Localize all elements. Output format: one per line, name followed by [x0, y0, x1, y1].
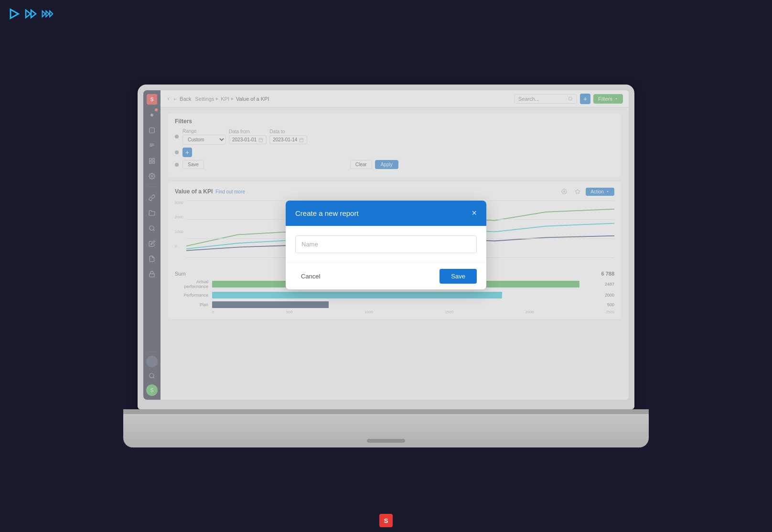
- modal-footer: Cancel Save: [286, 263, 486, 289]
- svg-marker-2: [31, 10, 36, 18]
- play-icon-1: [7, 7, 21, 21]
- screen-bezel: S: [138, 85, 634, 409]
- play-icon-3: [42, 7, 55, 21]
- modal-header: Create a new report ×: [286, 201, 486, 226]
- app-layout: S: [143, 90, 629, 400]
- main-content: ← Back Settings ▸ KPI ▸ Value of a KPI: [161, 90, 629, 400]
- play-icons: [7, 7, 55, 21]
- modal-backdrop: Create a new report × Cancel Save: [161, 90, 629, 400]
- modal-name-input[interactable]: [295, 235, 477, 253]
- create-report-modal: Create a new report × Cancel Save: [286, 201, 486, 289]
- svg-marker-4: [46, 11, 49, 17]
- svg-marker-0: [11, 10, 18, 19]
- play-icon-2: [24, 7, 38, 21]
- laptop-notch: [367, 439, 405, 443]
- laptop-hinge: [123, 409, 649, 414]
- modal-save-button[interactable]: Save: [440, 269, 477, 284]
- modal-cancel-button[interactable]: Cancel: [295, 270, 326, 283]
- modal-close-button[interactable]: ×: [472, 208, 477, 218]
- modal-body: [286, 226, 486, 263]
- svg-marker-3: [43, 11, 45, 17]
- modal-title: Create a new report: [295, 209, 359, 217]
- laptop-base: [123, 409, 649, 447]
- laptop-screen: S: [143, 90, 629, 400]
- svg-marker-1: [26, 10, 31, 18]
- brand-bottom-icon: S: [379, 514, 393, 527]
- svg-marker-5: [50, 11, 53, 17]
- laptop: S: [123, 85, 649, 447]
